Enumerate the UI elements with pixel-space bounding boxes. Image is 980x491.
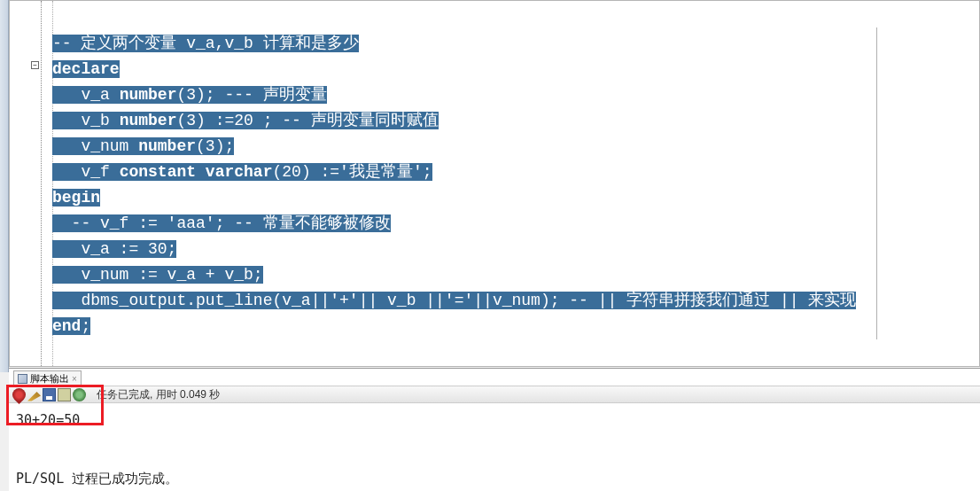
- blank-line: [16, 430, 973, 449]
- output-tab[interactable]: 脚本输出 ×: [13, 370, 82, 386]
- code-text: dbms_output.put_line(v_a||'+'|| v_b ||'=…: [52, 292, 856, 309]
- output-result: 30+20=50: [16, 409, 973, 430]
- keyword-end: end: [52, 317, 81, 335]
- code-text: ;: [81, 317, 90, 335]
- keyword-declare: declare: [52, 60, 120, 78]
- code-comment: -- 定义两个变量 v_a,v_b 计算和是多少: [52, 35, 359, 52]
- code-text: v_f: [52, 163, 120, 181]
- clear-icon[interactable]: [27, 388, 41, 401]
- fold-marker-icon[interactable]: −: [31, 61, 39, 69]
- output-toolbar: 任务已完成, 用时 0.049 秒: [9, 386, 980, 403]
- close-icon[interactable]: ×: [72, 374, 77, 384]
- code-text: (3) :=20 ; -- 声明变量同时赋值: [176, 112, 438, 129]
- code-text: v_a: [52, 86, 120, 104]
- code-text: v_num: [52, 137, 138, 155]
- keyword-number: number: [138, 137, 196, 155]
- output-panel: 脚本输出 × 任务已完成, 用时 0.049 秒 30+20=50 PL/SQL…: [9, 368, 980, 491]
- refresh-icon[interactable]: [73, 388, 86, 401]
- code-text: v_a := 30;: [52, 240, 176, 258]
- output-completion: PL/SQL 过程已成功完成。: [16, 469, 973, 488]
- code-text: (3); --- 声明变量: [176, 86, 326, 104]
- code-text: [196, 163, 206, 181]
- script-output-icon: [18, 374, 27, 384]
- blank-line: [16, 449, 973, 469]
- code-text: v_num := v_a + v_b;: [52, 266, 263, 284]
- code-text: v_b: [52, 112, 120, 129]
- keyword-begin: begin: [52, 189, 100, 207]
- print-icon[interactable]: [58, 388, 71, 401]
- left-sidebar-strip: [0, 0, 9, 372]
- code-editor[interactable]: − -- 定义两个变量 v_a,v_b 计算和是多少 declare v_a n…: [9, 0, 980, 367]
- pin-icon[interactable]: [10, 385, 28, 403]
- output-content[interactable]: 30+20=50 PL/SQL 过程已成功完成。: [9, 403, 980, 491]
- editor-gutter: −: [10, 1, 42, 366]
- code-comment: -- v_f := 'aaa'; -- 常量不能够被修改: [52, 214, 391, 232]
- code-text: (3);: [196, 137, 234, 155]
- status-text: 任务已完成, 用时 0.049 秒: [97, 387, 220, 402]
- code-text: (20) :='我是常量';: [272, 163, 432, 181]
- save-icon[interactable]: [43, 388, 56, 401]
- code-area[interactable]: -- 定义两个变量 v_a,v_b 计算和是多少 declare v_a num…: [42, 27, 979, 339]
- keyword-number: number: [120, 86, 177, 104]
- right-margin-ruler: [876, 27, 877, 339]
- keyword-varchar: varchar: [206, 163, 273, 181]
- keyword-number: number: [120, 112, 177, 129]
- output-tab-label: 脚本输出: [30, 372, 69, 386]
- keyword-constant: constant: [120, 163, 196, 181]
